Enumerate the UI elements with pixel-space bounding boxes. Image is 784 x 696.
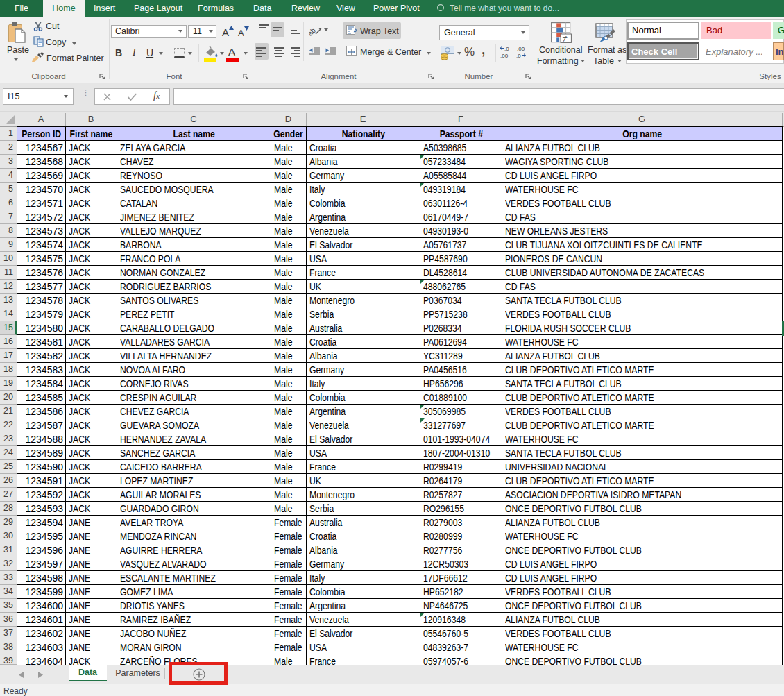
svg-text:ab: ab — [309, 26, 317, 36]
